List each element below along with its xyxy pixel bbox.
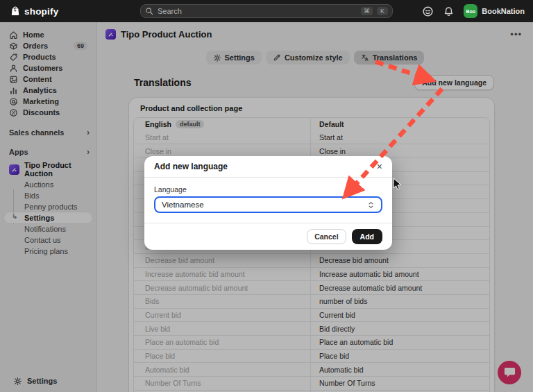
sidebar-subitem-notifications[interactable]: Notifications: [4, 223, 92, 235]
sidebar-sales-channels[interactable]: Sales channels ›: [9, 128, 90, 137]
shortcut-k-key: K: [377, 7, 388, 15]
sidebar-apps[interactable]: Apps ›: [9, 147, 90, 157]
notifications-bell-icon[interactable]: [443, 6, 454, 17]
settings-label: Settings: [27, 377, 57, 385]
sidebar-item-tipo-product-auction[interactable]: Tipo Product Auction: [4, 160, 92, 179]
english-cell[interactable]: Bids: [134, 295, 311, 308]
english-cell[interactable]: Decrease bid amount: [134, 254, 311, 267]
orders-icon: [9, 42, 18, 51]
tab-label: Settings: [225, 53, 255, 62]
language-select-value: Vietnamese: [162, 201, 204, 209]
shopify-logo-text: shopify: [24, 6, 58, 17]
add-language-modal: Add new language × Language Vietnamese C…: [144, 156, 392, 250]
sidebar-subitem-label: Penny products: [24, 203, 77, 211]
english-cell[interactable]: Increase automatic bid amount: [134, 268, 311, 281]
sidebar-subitem-label: Pricing plans: [24, 247, 68, 255]
tab-settings[interactable]: Settings: [206, 51, 262, 65]
table-row: Automatic bidAutomatic bid: [134, 362, 489, 376]
tab-bar: SettingsCustomize styleTranslations: [97, 51, 533, 65]
sidebar-item-orders[interactable]: Orders69: [4, 40, 92, 51]
sidebar-subitem-contact-us[interactable]: Contact us: [4, 235, 92, 246]
sidebar-item-label: Orders: [23, 42, 48, 50]
english-cell[interactable]: Current bid: [134, 309, 311, 322]
sidebar-item-products[interactable]: Products: [4, 51, 92, 62]
sidebar-item-content[interactable]: Content: [4, 74, 92, 85]
english-cell[interactable]: Start at: [134, 131, 311, 144]
search-icon: [145, 7, 153, 15]
english-cell[interactable]: Place an automatic bid: [134, 336, 311, 349]
default-cell: Bid directly: [311, 322, 489, 335]
assistant-icon[interactable]: [422, 6, 434, 17]
english-cell[interactable]: Live bid: [134, 322, 311, 335]
sidebar-item-discounts[interactable]: Discounts: [4, 107, 92, 118]
add-button[interactable]: Add: [352, 229, 382, 244]
sidebar-item-label: Products: [23, 53, 56, 61]
language-field-label: Language: [154, 185, 382, 194]
sidebar-item-home[interactable]: Home: [4, 29, 92, 40]
modal-title: Add new language: [154, 162, 228, 171]
shopify-logo[interactable]: shopify: [0, 6, 58, 17]
tab-customize-style[interactable]: Customize style: [266, 51, 350, 65]
chevron-right-icon: ›: [87, 147, 90, 157]
english-cell[interactable]: Automatic bid: [134, 363, 311, 376]
gear-icon: [213, 53, 221, 62]
sidebar-subitem-settings[interactable]: ↳Settings: [4, 212, 92, 223]
sidebar-subitem-penny-products[interactable]: Penny products: [4, 201, 92, 212]
table-row: Start atStart at: [134, 131, 489, 144]
default-cell: Decrease bid amount: [311, 254, 489, 267]
default-cell: Decrease automatic bid amount: [311, 281, 489, 294]
table-row: Place an automatic bidPlace an automatic…: [134, 335, 489, 349]
close-icon[interactable]: ×: [377, 162, 382, 171]
return-arrow-icon: ↳: [12, 212, 17, 220]
account-menu[interactable]: Boo BookNation: [464, 4, 525, 18]
discounts-icon: [9, 108, 18, 117]
apps-label: Apps: [9, 148, 28, 156]
sidebar-subitem-label: Auctions: [24, 180, 53, 189]
sidebar-subitem-label: Bids: [24, 191, 39, 200]
sidebar-item-customers[interactable]: Customers: [4, 62, 92, 74]
table-row: Increase automatic bid amountIncrease au…: [134, 267, 489, 281]
gear-icon: [13, 377, 22, 386]
pencil-icon: [273, 53, 281, 62]
tab-label: Translations: [373, 53, 418, 62]
default-cell: Increase automatic bid amount: [311, 268, 489, 281]
sidebar-subitem-pricing-plans[interactable]: Pricing plans: [4, 246, 92, 257]
sidebar-item-label: Home: [23, 31, 44, 39]
home-icon: [9, 31, 18, 40]
chat-widget-button[interactable]: [498, 361, 521, 384]
sidebar-item-settings[interactable]: Settings: [8, 375, 88, 386]
add-new-language-button[interactable]: Add new language: [414, 75, 494, 90]
table-row: Number Of TurnsNumber Of Turns: [134, 376, 489, 390]
sidebar-subitem-label: Contact us: [24, 236, 61, 244]
cancel-button[interactable]: Cancel: [307, 229, 346, 244]
english-cell[interactable]: Number Of Turns: [134, 377, 311, 390]
sidebar-subitem-auctions[interactable]: Auctions: [4, 179, 92, 190]
sidebar-subitem-bids[interactable]: Bids: [4, 190, 92, 201]
search-input[interactable]: Search ⌘ K: [140, 4, 393, 18]
tab-translations[interactable]: Translations: [354, 51, 425, 65]
sidebar-subitem-label: Settings: [24, 214, 54, 222]
language-select[interactable]: Vietnamese: [154, 196, 382, 213]
sidebar-item-marketing[interactable]: Marketing: [4, 96, 92, 107]
shortcut-cmd-key: ⌘: [361, 7, 373, 15]
default-cell: Current bid: [311, 309, 489, 322]
english-cell[interactable]: Decrease automatic bid amount: [134, 281, 311, 294]
sidebar-item-label: Marketing: [23, 97, 59, 105]
chevron-right-icon: ›: [87, 128, 90, 137]
card-title: Product and collection page: [129, 98, 494, 117]
sidebar-item-label: Discounts: [23, 108, 60, 117]
english-cell[interactable]: Place bid: [134, 350, 311, 363]
shopify-bag-icon: [10, 6, 21, 17]
sidebar-item-label: Customers: [23, 64, 62, 72]
marketing-icon: [9, 97, 18, 106]
table-row: Decrease automatic bid amountDecrease au…: [134, 280, 489, 294]
sidebar-item-analytics[interactable]: Analytics: [4, 85, 92, 96]
chat-icon: [504, 367, 516, 378]
default-cell: number of bids: [311, 295, 489, 308]
app-name-label: Tipo Product Auction: [24, 161, 87, 178]
more-options-icon[interactable]: •••: [510, 29, 522, 40]
column-english-label: English: [145, 120, 171, 128]
default-badge: default: [176, 120, 205, 128]
default-cell: Automatic bid: [311, 363, 489, 376]
table-row: Live bidBid directly: [134, 321, 489, 335]
